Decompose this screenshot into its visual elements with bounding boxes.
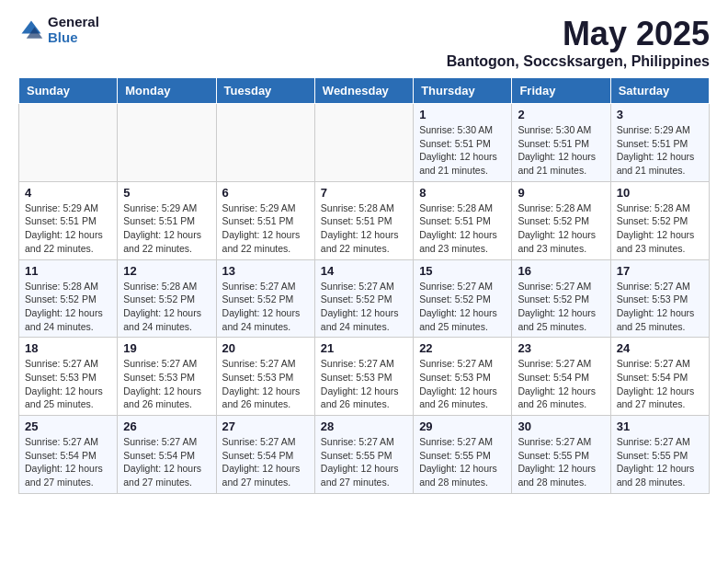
weekday-header-row: SundayMondayTuesdayWednesdayThursdayFrid…	[19, 78, 710, 104]
title-block: May 2025 Bantogon, Soccsksargen, Philipp…	[447, 15, 710, 70]
calendar-cell: 30Sunrise: 5:27 AM Sunset: 5:55 PM Dayli…	[512, 416, 610, 494]
day-number: 10	[617, 186, 703, 200]
calendar-cell: 28Sunrise: 5:27 AM Sunset: 5:55 PM Dayli…	[314, 416, 413, 494]
calendar-cell: 9Sunrise: 5:28 AM Sunset: 5:52 PM Daylig…	[512, 181, 610, 259]
page-title: May 2025	[447, 15, 710, 53]
day-info: Sunrise: 5:27 AM Sunset: 5:53 PM Dayligh…	[321, 357, 407, 411]
day-number: 12	[123, 264, 210, 278]
day-info: Sunrise: 5:27 AM Sunset: 5:52 PM Dayligh…	[222, 280, 309, 334]
calendar-cell: 23Sunrise: 5:27 AM Sunset: 5:54 PM Dayli…	[512, 338, 610, 416]
logo-blue: Blue	[48, 30, 99, 46]
day-info: Sunrise: 5:27 AM Sunset: 5:53 PM Dayligh…	[25, 357, 111, 411]
calendar-cell: 7Sunrise: 5:28 AM Sunset: 5:51 PM Daylig…	[314, 181, 413, 259]
calendar-week-3: 11Sunrise: 5:28 AM Sunset: 5:52 PM Dayli…	[19, 259, 710, 338]
logo-text: General Blue	[48, 15, 99, 45]
day-info: Sunrise: 5:27 AM Sunset: 5:53 PM Dayligh…	[222, 357, 309, 411]
weekday-header-friday: Friday	[512, 78, 610, 104]
calendar-cell	[19, 104, 118, 182]
day-info: Sunrise: 5:29 AM Sunset: 5:51 PM Dayligh…	[617, 123, 703, 178]
day-info: Sunrise: 5:29 AM Sunset: 5:51 PM Dayligh…	[25, 201, 111, 256]
day-number: 19	[123, 341, 210, 355]
weekday-header-saturday: Saturday	[610, 78, 709, 104]
calendar-cell: 22Sunrise: 5:27 AM Sunset: 5:53 PM Dayli…	[414, 338, 512, 416]
day-number: 20	[222, 341, 309, 355]
day-info: Sunrise: 5:27 AM Sunset: 5:53 PM Dayligh…	[617, 280, 703, 334]
calendar-week-5: 25Sunrise: 5:27 AM Sunset: 5:54 PM Dayli…	[19, 416, 710, 494]
day-info: Sunrise: 5:27 AM Sunset: 5:55 PM Dayligh…	[419, 435, 506, 489]
day-number: 4	[25, 186, 111, 200]
day-info: Sunrise: 5:28 AM Sunset: 5:51 PM Dayligh…	[321, 201, 407, 256]
weekday-header-sunday: Sunday	[19, 78, 118, 104]
calendar-cell	[118, 104, 216, 182]
calendar-cell: 6Sunrise: 5:29 AM Sunset: 5:51 PM Daylig…	[216, 181, 314, 259]
day-info: Sunrise: 5:28 AM Sunset: 5:52 PM Dayligh…	[518, 201, 604, 256]
weekday-header-tuesday: Tuesday	[216, 78, 314, 104]
weekday-header-monday: Monday	[118, 78, 216, 104]
day-number: 16	[518, 264, 604, 278]
day-number: 15	[419, 264, 506, 278]
calendar-cell: 4Sunrise: 5:29 AM Sunset: 5:51 PM Daylig…	[19, 181, 118, 259]
calendar-cell: 13Sunrise: 5:27 AM Sunset: 5:52 PM Dayli…	[216, 259, 314, 338]
day-number: 11	[25, 264, 111, 278]
calendar-cell: 5Sunrise: 5:29 AM Sunset: 5:51 PM Daylig…	[118, 181, 216, 259]
calendar-cell: 8Sunrise: 5:28 AM Sunset: 5:51 PM Daylig…	[414, 181, 512, 259]
calendar-cell: 3Sunrise: 5:29 AM Sunset: 5:51 PM Daylig…	[610, 104, 709, 182]
page: General Blue May 2025 Bantogon, Soccsksa…	[0, 0, 728, 512]
day-number: 25	[25, 419, 111, 433]
day-number: 2	[518, 108, 604, 121]
calendar-cell: 31Sunrise: 5:27 AM Sunset: 5:55 PM Dayli…	[610, 416, 709, 494]
day-number: 23	[518, 341, 604, 355]
page-subtitle: Bantogon, Soccsksargen, Philippines	[447, 53, 710, 70]
day-info: Sunrise: 5:27 AM Sunset: 5:54 PM Dayligh…	[222, 435, 309, 489]
weekday-header-thursday: Thursday	[414, 78, 512, 104]
calendar-cell: 26Sunrise: 5:27 AM Sunset: 5:54 PM Dayli…	[118, 416, 216, 494]
calendar-cell: 24Sunrise: 5:27 AM Sunset: 5:54 PM Dayli…	[610, 338, 709, 416]
day-info: Sunrise: 5:30 AM Sunset: 5:51 PM Dayligh…	[419, 123, 506, 178]
calendar-cell: 19Sunrise: 5:27 AM Sunset: 5:53 PM Dayli…	[118, 338, 216, 416]
day-number: 17	[617, 264, 703, 278]
calendar-cell: 21Sunrise: 5:27 AM Sunset: 5:53 PM Dayli…	[314, 338, 413, 416]
logo-icon	[18, 17, 44, 43]
day-info: Sunrise: 5:27 AM Sunset: 5:54 PM Dayligh…	[25, 435, 111, 489]
calendar-cell: 27Sunrise: 5:27 AM Sunset: 5:54 PM Dayli…	[216, 416, 314, 494]
calendar-cell: 1Sunrise: 5:30 AM Sunset: 5:51 PM Daylig…	[414, 104, 512, 182]
calendar-cell: 18Sunrise: 5:27 AM Sunset: 5:53 PM Dayli…	[19, 338, 118, 416]
logo-general: General	[48, 15, 99, 30]
calendar-week-4: 18Sunrise: 5:27 AM Sunset: 5:53 PM Dayli…	[19, 338, 710, 416]
day-number: 27	[222, 419, 309, 433]
day-info: Sunrise: 5:28 AM Sunset: 5:52 PM Dayligh…	[123, 280, 210, 334]
day-number: 3	[617, 108, 703, 121]
day-info: Sunrise: 5:27 AM Sunset: 5:54 PM Dayligh…	[617, 357, 703, 411]
calendar-cell: 17Sunrise: 5:27 AM Sunset: 5:53 PM Dayli…	[610, 259, 709, 338]
day-number: 8	[419, 186, 506, 200]
day-number: 14	[321, 264, 407, 278]
calendar-cell: 11Sunrise: 5:28 AM Sunset: 5:52 PM Dayli…	[19, 259, 118, 338]
day-number: 30	[518, 419, 604, 433]
weekday-header-wednesday: Wednesday	[314, 78, 413, 104]
calendar-cell: 15Sunrise: 5:27 AM Sunset: 5:52 PM Dayli…	[414, 259, 512, 338]
day-info: Sunrise: 5:30 AM Sunset: 5:51 PM Dayligh…	[518, 123, 604, 178]
calendar-week-1: 1Sunrise: 5:30 AM Sunset: 5:51 PM Daylig…	[19, 104, 710, 182]
calendar-table: SundayMondayTuesdayWednesdayThursdayFrid…	[18, 77, 710, 494]
day-info: Sunrise: 5:27 AM Sunset: 5:55 PM Dayligh…	[321, 435, 407, 489]
day-number: 21	[321, 341, 407, 355]
day-number: 31	[617, 419, 703, 433]
day-number: 24	[617, 341, 703, 355]
day-number: 6	[222, 186, 309, 200]
day-info: Sunrise: 5:29 AM Sunset: 5:51 PM Dayligh…	[222, 201, 309, 256]
day-info: Sunrise: 5:27 AM Sunset: 5:52 PM Dayligh…	[419, 280, 506, 334]
day-info: Sunrise: 5:28 AM Sunset: 5:52 PM Dayligh…	[25, 280, 111, 334]
day-number: 13	[222, 264, 309, 278]
calendar-cell: 20Sunrise: 5:27 AM Sunset: 5:53 PM Dayli…	[216, 338, 314, 416]
day-number: 18	[25, 341, 111, 355]
day-info: Sunrise: 5:27 AM Sunset: 5:53 PM Dayligh…	[123, 357, 210, 411]
header: General Blue May 2025 Bantogon, Soccsksa…	[18, 15, 710, 70]
calendar-week-2: 4Sunrise: 5:29 AM Sunset: 5:51 PM Daylig…	[19, 181, 710, 259]
day-number: 26	[123, 419, 210, 433]
day-info: Sunrise: 5:27 AM Sunset: 5:54 PM Dayligh…	[518, 357, 604, 411]
calendar-cell: 16Sunrise: 5:27 AM Sunset: 5:52 PM Dayli…	[512, 259, 610, 338]
day-info: Sunrise: 5:27 AM Sunset: 5:54 PM Dayligh…	[123, 435, 210, 489]
calendar-cell	[216, 104, 314, 182]
day-number: 7	[321, 186, 407, 200]
day-info: Sunrise: 5:27 AM Sunset: 5:53 PM Dayligh…	[419, 357, 506, 411]
